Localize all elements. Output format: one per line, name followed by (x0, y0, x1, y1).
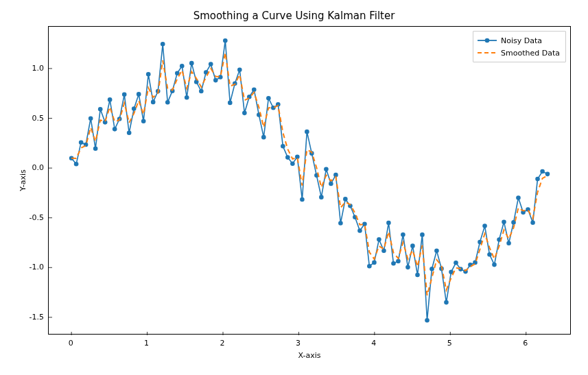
legend-entry-smoothed: Smoothed Data (478, 47, 560, 59)
noisy-marker (540, 169, 545, 174)
noisy-marker (281, 144, 285, 149)
chart-title: Smoothing a Curve Using Kalman Filter (0, 10, 588, 22)
noisy-marker (516, 195, 521, 200)
noisy-marker (338, 221, 343, 226)
noisy-marker (93, 146, 98, 151)
noisy-marker (386, 221, 391, 226)
y-tick-label: -1.0 (23, 263, 44, 271)
noisy-marker (506, 241, 511, 245)
noisy-marker (487, 252, 492, 257)
y-tick-label: -0.5 (23, 213, 44, 221)
noisy-marker (357, 228, 362, 233)
svg-point-14 (485, 38, 490, 43)
noisy-marker (189, 61, 194, 66)
smoothed-line (71, 53, 548, 295)
x-tick-label: 3 (296, 339, 301, 348)
noisy-marker (381, 248, 386, 253)
noisy-marker (113, 127, 117, 132)
noisy-marker (290, 161, 295, 166)
noisy-marker (209, 62, 213, 66)
plot-area: Noisy Data Smoothed Data (48, 26, 571, 335)
y-tick-label: 0.5 (23, 113, 44, 122)
noisy-line (71, 40, 548, 320)
noisy-marker (132, 106, 137, 111)
noisy-marker (425, 318, 430, 323)
noisy-marker (146, 72, 151, 77)
noisy-marker (266, 96, 271, 101)
noisy-marker (324, 167, 329, 171)
noisy-marker (377, 237, 381, 242)
plot-svg (49, 27, 572, 335)
noisy-marker (319, 195, 324, 199)
noisy-marker (261, 135, 266, 140)
noisy-marker (492, 263, 497, 267)
legend-entry-noisy: Noisy Data (478, 34, 560, 47)
noisy-marker (237, 67, 242, 72)
noisy-marker (401, 232, 405, 237)
noisy-marker (300, 197, 305, 202)
legend-sample-smoothed (478, 48, 497, 58)
x-tick-label: 2 (220, 339, 225, 348)
noisy-marker (151, 100, 156, 105)
noisy-marker (228, 101, 233, 106)
noisy-marker (405, 265, 410, 270)
noisy-marker (305, 130, 309, 134)
noisy-marker (213, 78, 218, 83)
noisy-marker (122, 93, 127, 97)
noisy-marker (79, 140, 84, 145)
legend-label-noisy: Noisy Data (501, 36, 542, 45)
noisy-marker (502, 220, 506, 225)
noisy-marker (535, 177, 540, 182)
noisy-marker (482, 223, 487, 228)
noisy-marker (137, 92, 141, 97)
noisy-marker (391, 261, 396, 266)
noisy-marker (415, 273, 420, 278)
noisy-marker (199, 89, 204, 94)
noisy-marker (444, 300, 449, 305)
y-axis-label: Y-axis (19, 169, 27, 191)
noisy-marker (329, 182, 333, 186)
noisy-marker (362, 221, 367, 226)
noisy-marker (180, 64, 185, 69)
noisy-marker (454, 261, 458, 265)
noisy-marker (242, 111, 247, 116)
legend-label-smoothed: Smoothed Data (501, 49, 560, 58)
x-tick-label: 1 (144, 339, 149, 348)
noisy-marker (545, 172, 550, 177)
noisy-marker (185, 95, 189, 100)
noisy-marker (165, 100, 170, 105)
noisy-marker (89, 116, 93, 121)
noisy-marker (420, 232, 425, 237)
legend: Noisy Data Smoothed Data (473, 31, 566, 62)
noisy-marker (127, 130, 132, 135)
noisy-marker (141, 119, 146, 123)
noisy-marker (343, 197, 348, 202)
noisy-marker (223, 38, 228, 43)
noisy-marker (530, 221, 535, 226)
x-tick-label: 5 (447, 339, 452, 348)
noisy-marker (74, 162, 79, 167)
noisy-marker (98, 107, 103, 112)
x-tick-label: 4 (371, 339, 376, 348)
noisy-marker (285, 155, 290, 160)
legend-sample-noisy (478, 36, 497, 45)
noisy-marker (108, 97, 113, 102)
figure: Smoothing a Curve Using Kalman Filter No… (0, 0, 588, 375)
noisy-marker (252, 87, 257, 92)
noisy-marker (194, 80, 199, 84)
noisy-marker (372, 261, 377, 265)
x-axis-label: X-axis (298, 351, 321, 360)
noisy-marker (367, 264, 372, 269)
x-tick-label: 6 (523, 339, 528, 348)
noisy-marker (430, 267, 434, 271)
y-tick-label: 1.0 (23, 63, 44, 72)
x-tick-label: 0 (69, 339, 73, 348)
y-tick-label: -1.5 (23, 312, 44, 321)
noisy-marker (434, 248, 439, 253)
noisy-marker (410, 243, 415, 248)
noisy-marker (161, 42, 165, 47)
noisy-marker (396, 259, 401, 264)
